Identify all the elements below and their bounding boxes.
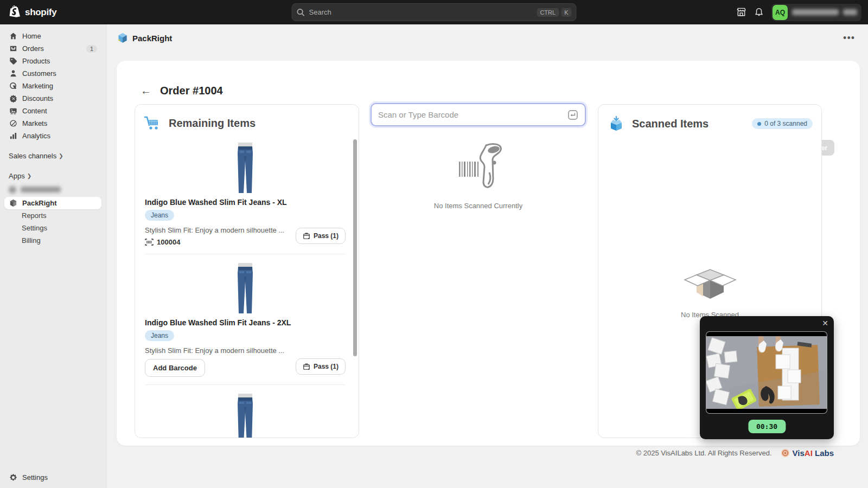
product-card <box>145 389 346 438</box>
pass-button[interactable]: Pass (1) <box>296 358 346 375</box>
sidebar-item-markets[interactable]: s Markets <box>4 117 101 130</box>
app-name-redacted <box>21 187 61 192</box>
orders-count-badge: 1 <box>86 45 97 53</box>
discounts-icon <box>9 94 18 102</box>
empty-box-illustration <box>680 261 740 303</box>
sidebar: Home Orders 1 Products Customers Marketi… <box>0 24 106 488</box>
sidebar-item-orders[interactable]: Orders 1 <box>4 42 101 55</box>
sidebar-item-marketing[interactable]: Marketing <box>4 80 101 92</box>
packright-app-icon <box>117 33 128 43</box>
account-menu[interactable]: AQ <box>771 4 861 21</box>
sidebar-item-billing[interactable]: Billing <box>4 234 101 247</box>
chevron-right-icon: ❯ <box>27 173 31 179</box>
store-name-redacted <box>792 9 839 15</box>
product-card: Indigo Blue Washed Slim Fit Jeans - XL J… <box>145 138 346 246</box>
pass-box-icon <box>303 363 310 370</box>
store-icon[interactable] <box>736 7 746 17</box>
sidebar-item-discounts[interactable]: Discounts <box>4 92 101 105</box>
scanned-empty-state: No Items Scanned <box>598 261 821 319</box>
shortcut-ctrl-key: CTRL <box>537 8 559 17</box>
back-button[interactable]: ← <box>141 85 151 97</box>
barcode-input-wrap <box>371 103 586 126</box>
scan-empty-text: No Items Scanned Currently <box>371 202 586 210</box>
pass-box-icon <box>303 232 310 240</box>
topbar: shopify Search CTRL K AQ <box>0 0 868 24</box>
sidebar-item-settings[interactable]: Settings <box>4 222 101 234</box>
product-barcode: 100004 <box>157 238 180 246</box>
recording-timer: 00:30 <box>748 420 786 433</box>
shopify-bag-icon <box>9 5 22 20</box>
sidebar-item-home[interactable]: Home <box>4 30 101 42</box>
scan-empty-state: No Items Scanned Currently <box>371 142 586 210</box>
avatar: AQ <box>773 5 788 20</box>
chevron-right-icon: ❯ <box>59 153 63 159</box>
scrollbar-thumb[interactable] <box>353 139 357 356</box>
camera-feed <box>706 331 827 414</box>
search-icon <box>297 8 305 16</box>
recording-preview-overlay: ✕ <box>700 316 834 439</box>
markets-globe-icon: s <box>9 119 18 127</box>
sidebar-app-redacted[interactable] <box>4 183 101 196</box>
sidebar-sales-channels[interactable]: Sales channels ❯ <box>9 152 97 160</box>
order-title: Order #1004 <box>160 85 223 97</box>
product-tag: Jeans <box>145 210 174 221</box>
store-name-redacted-2 <box>843 9 857 15</box>
barcode-scanner-illustration <box>444 142 513 195</box>
close-icon[interactable]: ✕ <box>822 319 828 328</box>
shortcut-k-key: K <box>561 8 571 17</box>
add-barcode-button[interactable]: Add Barcode <box>145 359 205 377</box>
barcode-input[interactable] <box>378 110 567 119</box>
product-title: Indigo Blue Washed Slim Fit Jeans - 2XL <box>145 318 346 327</box>
sidebar-item-settings-bottom[interactable]: Settings <box>4 471 101 484</box>
search-placeholder: Search <box>309 8 535 16</box>
sidebar-apps[interactable]: Apps ❯ <box>9 172 97 180</box>
product-tag: Jeans <box>145 330 174 341</box>
product-card: Indigo Blue Washed Slim Fit Jeans - 2XL … <box>145 259 346 377</box>
visai-labs-logo-icon <box>781 448 790 458</box>
analytics-bars-icon <box>9 132 18 140</box>
svg-text:s: s <box>14 124 15 127</box>
product-image-jeans <box>145 138 346 198</box>
count-dot-icon <box>757 122 761 126</box>
scanned-count-badge: 0 of 3 scanned <box>752 118 813 129</box>
sidebar-item-analytics[interactable]: Analytics <box>4 130 101 142</box>
product-description: Stylish Slim Fit: Enjoy a modern silhoue… <box>145 226 296 234</box>
home-icon <box>9 32 18 40</box>
orders-icon <box>9 44 18 53</box>
app-header: PackRight ••• <box>106 24 868 52</box>
sidebar-item-customers[interactable]: Customers <box>4 67 101 80</box>
marketing-icon <box>9 82 18 90</box>
packright-cube-icon <box>9 199 18 207</box>
sidebar-item-products[interactable]: Products <box>4 55 101 67</box>
cart-icon <box>144 115 162 131</box>
footer: © 2025 VisAILabs Ltd. All Rights Reserve… <box>117 448 834 458</box>
customers-icon <box>9 69 18 78</box>
enter-key-icon <box>567 110 578 120</box>
app-icon-redacted <box>9 186 16 194</box>
gear-icon <box>9 473 18 481</box>
scanned-box-icon <box>607 115 626 132</box>
product-description: Stylish Slim Fit: Enjoy a modern silhoue… <box>145 346 296 355</box>
product-title: Indigo Blue Washed Slim Fit Jeans - XL <box>145 198 346 207</box>
products-tag-icon <box>9 57 18 65</box>
notification-bell-icon[interactable] <box>754 7 764 17</box>
global-search-input[interactable]: Search CTRL K <box>292 3 577 21</box>
shopify-wordmark: shopify <box>25 7 56 18</box>
copyright-text: © 2025 VisAILabs Ltd. All Rights Reserve… <box>636 449 772 457</box>
remaining-items-list: Indigo Blue Washed Slim Fit Jeans - XL J… <box>135 136 359 438</box>
more-options-button[interactable]: ••• <box>843 33 855 44</box>
sidebar-item-content[interactable]: Content <box>4 105 101 117</box>
list-divider <box>145 254 346 254</box>
page-title: PackRight <box>132 34 172 43</box>
scanned-items-title: Scanned Items <box>632 118 709 130</box>
sidebar-item-packright[interactable]: PackRight <box>4 197 101 209</box>
list-divider <box>145 384 346 385</box>
sidebar-item-reports[interactable]: Reports <box>4 209 101 222</box>
visai-labs-logo[interactable]: VisAI Labs <box>781 448 834 458</box>
shopify-logo[interactable]: shopify <box>9 5 56 20</box>
pass-button[interactable]: Pass (1) <box>296 228 346 244</box>
product-image-jeans <box>145 259 346 318</box>
product-image-jeans <box>145 389 346 438</box>
remaining-items-panel: Remaining Items Indigo Blue Washed Slim … <box>135 104 359 438</box>
content-icon <box>9 107 18 115</box>
